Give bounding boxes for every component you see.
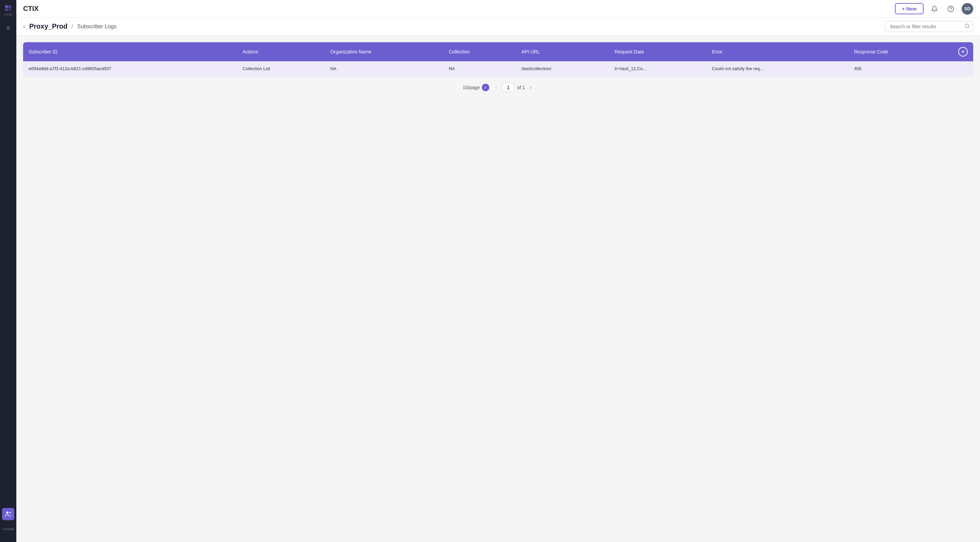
svg-point-4 <box>6 512 8 514</box>
cell-api-url: /taxii/collection/ <box>516 61 609 76</box>
svg-point-9 <box>950 10 951 10</box>
sidebar-people-icon[interactable] <box>2 508 14 520</box>
col-response-code: Response Code + <box>849 42 973 61</box>
cyware-label: CYWARE <box>2 528 14 531</box>
col-organization-name: Organization Name <box>325 42 443 61</box>
cyware-logo[interactable]: CYWARE <box>2 523 14 535</box>
svg-rect-2 <box>5 8 8 11</box>
table-header: Subscriber ID Actions Organization Name … <box>23 42 973 61</box>
col-error: Error <box>706 42 849 61</box>
main-content: CTIX + New SD ‹ Proxy_Prod / Subs <box>16 0 980 542</box>
cell-request-data: b'<taxii_11:Co... <box>609 61 707 76</box>
table-body: e094a9dd-a7f3-412a-b821-cd9605acd507 Col… <box>23 61 973 76</box>
breadcrumb-separator: / <box>72 24 73 30</box>
total-pages-label: of 1 <box>517 85 525 90</box>
col-request-data: Request Data <box>609 42 707 61</box>
table-row[interactable]: e094a9dd-a7f3-412a-b821-cd9605acd507 Col… <box>23 61 973 76</box>
per-page-selector[interactable]: 10/page ✓ <box>463 84 490 91</box>
page-number-input[interactable] <box>502 83 514 92</box>
header-actions: + New SD <box>895 3 973 14</box>
app-name-label: CTIX <box>5 13 12 16</box>
data-table: Subscriber ID Actions Organization Name … <box>23 42 973 76</box>
sidebar-bottom-section: CYWARE <box>2 508 14 538</box>
pagination: 10/page ✓ ‹ of 1 › <box>23 83 973 95</box>
ctix-logo-icon <box>3 4 13 12</box>
next-page-button[interactable]: › <box>528 83 533 92</box>
per-page-label: 10/page <box>463 85 480 90</box>
col-subscriber-id: Subscriber ID <box>23 42 237 61</box>
user-avatar[interactable]: SD <box>962 3 973 14</box>
sidebar: CTIX ≡ CYWARE <box>0 0 16 542</box>
search-container <box>885 21 973 32</box>
cell-response-code: 406 <box>849 61 973 76</box>
prev-page-button[interactable]: ‹ <box>493 83 499 92</box>
app-title: CTIX <box>23 5 895 13</box>
search-icon[interactable] <box>964 23 970 30</box>
svg-rect-1 <box>8 5 11 8</box>
svg-point-5 <box>9 512 11 513</box>
cell-error: Could not satisfy the req... <box>706 61 849 76</box>
new-button[interactable]: + New <box>895 3 924 14</box>
cell-actions: Collection List <box>237 61 325 76</box>
page-navigation: ‹ of 1 › <box>493 83 533 92</box>
cell-collection: NA <box>443 61 516 76</box>
col-actions: Actions <box>237 42 325 61</box>
svg-rect-0 <box>5 5 8 8</box>
col-api-url: API URL <box>516 42 609 61</box>
search-input[interactable] <box>885 21 973 32</box>
col-collection: Collection <box>443 42 516 61</box>
breadcrumb-main: Proxy_Prod <box>29 22 67 30</box>
table-container: Subscriber ID Actions Organization Name … <box>23 42 973 76</box>
svg-rect-3 <box>8 8 11 11</box>
sub-header: ‹ Proxy_Prod / Subscriber Logs <box>16 18 980 35</box>
cell-organization-name: NA <box>325 61 443 76</box>
app-logo[interactable]: CTIX <box>2 4 14 16</box>
breadcrumb-sub: Subscriber Logs <box>77 24 117 30</box>
add-column-button[interactable]: + <box>958 47 968 56</box>
menu-icon[interactable]: ≡ <box>4 22 13 34</box>
back-button[interactable]: ‹ <box>23 23 25 30</box>
per-page-check-icon: ✓ <box>482 84 489 91</box>
cell-subscriber-id: e094a9dd-a7f3-412a-b821-cd9605acd507 <box>23 61 237 76</box>
top-header: CTIX + New SD <box>16 0 980 18</box>
help-icon[interactable] <box>945 3 956 14</box>
svg-point-8 <box>948 6 954 11</box>
notifications-icon[interactable] <box>929 3 940 14</box>
content-area: Subscriber ID Actions Organization Name … <box>16 35 980 542</box>
